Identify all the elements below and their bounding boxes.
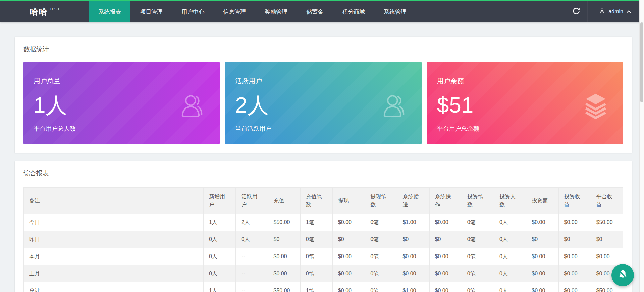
column-header: 投资笔数: [462, 188, 494, 214]
table-cell: 0笔: [365, 214, 397, 231]
table-cell: $50.00: [268, 282, 300, 292]
panel-title: 综合报表: [23, 170, 623, 177]
nav-item-system-report[interactable]: 系统报表: [89, 1, 130, 22]
bell-slash-icon: [617, 269, 629, 282]
nav-item-points-mall[interactable]: 积分商城: [333, 1, 374, 22]
admin-dropdown[interactable]: admin: [588, 1, 639, 22]
admin-username: admin: [608, 9, 623, 15]
table-cell: --: [236, 265, 268, 282]
table-cell: $0.00: [268, 265, 300, 282]
table-cell: $0.00: [526, 248, 558, 265]
table-row: 今日1人2人$50.001笔$0.000笔$1.00$0.000笔0人$0.00…: [24, 214, 623, 231]
table-cell: 0笔: [462, 231, 494, 248]
table-cell: 1笔: [300, 282, 332, 292]
stat-label: 用户余额: [437, 77, 623, 86]
column-header: 平台收益: [591, 188, 623, 214]
table-cell: 0笔: [462, 282, 494, 292]
refresh-icon: [572, 7, 580, 16]
table-cell: $0.00: [429, 265, 462, 282]
table-cell: $0.00: [332, 265, 365, 282]
report-table: 备注新增用户活跃用户充值充值笔数提现提现笔数系统赠送系统操作投资笔数投资人数投资…: [23, 187, 623, 292]
table-cell: $0.00: [526, 282, 558, 292]
table-cell: 0人: [494, 265, 526, 282]
navbar-right: admin: [565, 1, 639, 22]
table-cell: $0.00: [397, 248, 429, 265]
table-row: 上月0人--$0.000笔$0.000笔$0.00$0.000笔0人$0.00$…: [24, 265, 623, 282]
notifications-off-fab[interactable]: [611, 264, 634, 286]
table-row: 昨日0人0人$00笔$00笔$0$00笔0人$0$0$0: [24, 231, 623, 248]
chevron-up-icon: [626, 9, 631, 15]
layers-icon: [581, 90, 610, 120]
table-cell: 0笔: [300, 265, 332, 282]
table-cell: $0: [332, 231, 365, 248]
table-cell: $0.00: [397, 265, 429, 282]
table-cell: $0: [526, 231, 558, 248]
table-cell: --: [236, 248, 268, 265]
column-header: 系统操作: [429, 188, 462, 214]
table-cell: 0笔: [300, 231, 332, 248]
table-row: 本月0人--$0.000笔$0.000笔$0.00$0.000笔0人$0.00$…: [24, 248, 623, 265]
table-cell: $0.00: [591, 248, 623, 265]
data-statistics-panel: 数据统计 用户总量 1人 平台用户总人数 活跃用户 2人 当前活跃用户: [15, 37, 632, 153]
table-cell: $1.00: [397, 282, 429, 292]
stat-cards: 用户总量 1人 平台用户总人数 活跃用户 2人 当前活跃用户: [23, 62, 623, 144]
table-header: 备注新增用户活跃用户充值充值笔数提现提现笔数系统赠送系统操作投资笔数投资人数投资…: [24, 188, 623, 214]
table-cell: 0笔: [365, 265, 397, 282]
table-cell: 1笔: [300, 214, 332, 231]
table-cell: 0笔: [462, 265, 494, 282]
nav-item-user-center[interactable]: 用户中心: [172, 1, 214, 22]
table-cell: 0笔: [365, 248, 397, 265]
table-cell: $0: [397, 231, 429, 248]
table-cell: $0.00: [558, 214, 591, 231]
table-cell: 0笔: [462, 248, 494, 265]
table-cell: $0.00: [526, 265, 558, 282]
table-cell: 1人: [204, 282, 236, 292]
nav-item-system-mgmt[interactable]: 系统管理: [374, 1, 416, 22]
nav-item-info-mgmt[interactable]: 信息管理: [214, 1, 255, 22]
column-header: 充值: [268, 188, 300, 214]
comprehensive-report-panel: 综合报表 备注新增用户活跃用户充值充值笔数提现提现笔数系统赠送系统操作投资笔数投…: [15, 161, 632, 292]
column-header: 提现笔数: [365, 188, 397, 214]
column-header: 系统赠送: [397, 188, 429, 214]
stat-label: 活跃用户: [235, 77, 421, 86]
table-cell: $0.00: [558, 265, 591, 282]
table-cell: $0.00: [429, 214, 462, 231]
brand: 哈哈 TP5.1: [0, 1, 59, 22]
refresh-button[interactable]: [565, 1, 588, 22]
users-icon: [177, 90, 207, 120]
column-header: 投资额: [526, 188, 558, 214]
table-cell: $50.00: [591, 214, 623, 231]
panel-title: 数据统计: [23, 46, 623, 53]
table-cell: 0人: [494, 214, 526, 231]
table-cell: $0: [558, 231, 591, 248]
table-cell: $0.00: [429, 282, 462, 292]
row-label: 总计: [24, 282, 204, 292]
scrollbar[interactable]: [639, 0, 644, 292]
stat-caption: 平台用户总人数: [34, 125, 220, 133]
table-cell: $0: [429, 231, 462, 248]
table-cell: 2人: [236, 214, 268, 231]
header-row: 备注新增用户活跃用户充值充值笔数提现提现笔数系统赠送系统操作投资笔数投资人数投资…: [24, 188, 623, 214]
nav-item-project-mgmt[interactable]: 项目管理: [130, 1, 172, 22]
table-cell: 0人: [494, 248, 526, 265]
table-cell: 0笔: [365, 282, 397, 292]
scrollbar-thumb[interactable]: [640, 22, 643, 102]
table-cell: 1人: [204, 214, 236, 231]
table-cell: 0笔: [365, 231, 397, 248]
stat-card-user-balance: 用户余额 $51 平台用户总余额: [427, 62, 623, 144]
row-label: 今日: [24, 214, 204, 231]
stat-caption: 平台用户总余额: [437, 125, 623, 133]
table-body: 今日1人2人$50.001笔$0.000笔$1.00$0.000笔0人$0.00…: [24, 214, 623, 292]
table-cell: 0人: [236, 231, 268, 248]
stat-card-total-users: 用户总量 1人 平台用户总人数: [23, 62, 220, 144]
column-header: 充值笔数: [300, 188, 332, 214]
brand-name: 哈哈: [30, 6, 48, 18]
table-cell: $0.00: [332, 248, 365, 265]
table-cell: 0人: [494, 231, 526, 248]
nav-item-savings[interactable]: 储蓄金: [297, 1, 333, 22]
table-row: 总计1人--$50.001笔$0.000笔$1.00$0.000笔0人$0.00…: [24, 282, 623, 292]
table-cell: $0.00: [268, 248, 300, 265]
main-nav: 系统报表 项目管理 用户中心 信息管理 奖励管理 储蓄金 积分商城 系统管理: [89, 1, 416, 22]
nav-item-reward-mgmt[interactable]: 奖励管理: [255, 1, 297, 22]
column-header: 提现: [332, 188, 365, 214]
